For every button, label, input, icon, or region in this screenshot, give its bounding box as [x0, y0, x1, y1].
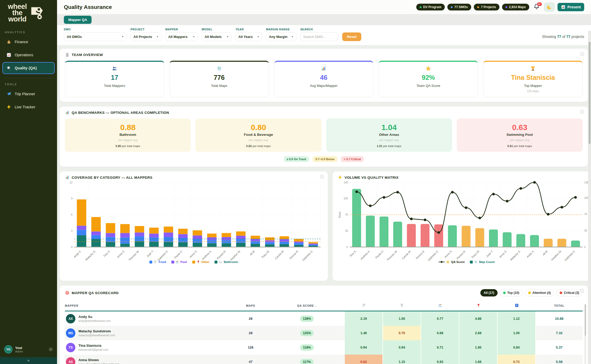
stat-card-team-qa-score: 92%Team QA Score [379, 61, 478, 97]
tab-mapper-qa[interactable]: Mapper QA [64, 16, 92, 24]
sidebar-item-finance[interactable]: $Finance [2, 36, 55, 48]
gear-icon[interactable] [48, 347, 53, 352]
svg-text:6: 6 [71, 213, 72, 216]
column-header-parking-icon[interactable]: P [498, 303, 536, 308]
sidebar-item-label: Operations [15, 53, 33, 57]
filter-select-project[interactable]: All Projects▼ [131, 32, 161, 41]
legend-swatch [215, 261, 217, 264]
column-header-swim-icon[interactable] [421, 303, 459, 308]
benchmark-legend-chip: ≥ 0.9 On Track [284, 156, 309, 162]
badge-label: 77 DMOs [454, 5, 468, 9]
scorecard-chip-critical-3-[interactable]: Critical (3) [556, 289, 583, 296]
mapper-name: Andy Xu [78, 315, 111, 319]
swim-icon [176, 260, 179, 264]
filter-select-model[interactable]: All Models▼ [202, 32, 232, 41]
chevron-down-icon: ▼ [291, 36, 294, 38]
select-value: All Models [205, 35, 222, 39]
tab-strip: Mapper QA [57, 14, 591, 25]
select-value: All Mappers [168, 35, 188, 39]
sidebar-item-label: Finance [15, 40, 28, 44]
svg-text:9: 9 [71, 197, 72, 200]
column-header-total[interactable]: TOTAL [536, 304, 583, 307]
sidebar-collapse-button[interactable]: « [0, 357, 57, 364]
map-icon [216, 66, 222, 71]
scorecard-chip-attention-4-[interactable]: Attention (4) [525, 289, 554, 296]
stat-cards: 17Total Mappers776Total Maps46Avg Maps/M… [65, 61, 583, 97]
coverage-chart-heading: COVERAGE BY CATEGORY — ALL MAPPERS [65, 175, 323, 180]
column-header-shower-icon[interactable] [345, 303, 383, 308]
chip-dot-icon [528, 292, 531, 294]
info-icon[interactable]: i [580, 52, 584, 56]
stat-label: Top Mapper [486, 84, 580, 88]
scorecard-filter-chips: All (17)Top (10)Attention (4)Critical (3… [480, 289, 583, 296]
user-profile[interactable]: YG Yoel Admin [0, 342, 57, 357]
bolt-icon [338, 175, 342, 180]
stat-label: Total Mappers [67, 84, 162, 88]
category-score-cell: 1.85 [459, 340, 498, 355]
notifications-button[interactable]: 9+ [533, 3, 541, 11]
column-header-maps[interactable]: MAPS [232, 304, 269, 307]
scorecard-chip-top-10-[interactable]: Top (10) [500, 289, 523, 296]
svg-text:0: 0 [346, 246, 348, 249]
sidebar-item-trip-planner[interactable]: Trip Planner [2, 88, 55, 100]
qa-score-badge: 138% [300, 316, 314, 322]
svg-text:Thomas W.: Thomas W. [386, 249, 398, 261]
chip-label: All (17) [484, 291, 494, 295]
user-name: Yoel [15, 346, 23, 350]
logo-text: wheel the world [8, 4, 27, 22]
reset-button[interactable]: Reset [342, 32, 361, 41]
chevron-down-icon: ▼ [227, 36, 229, 38]
scorecard-heading: MAPPER QA SCORECARD All (17)Top (10)Atte… [65, 289, 583, 296]
table-scrollbar[interactable] [584, 304, 586, 364]
column-header-utensils-icon[interactable] [383, 303, 421, 308]
scorecard-chip-all-17-[interactable]: All (17) [480, 289, 498, 296]
filter-label: SEARCH [300, 28, 338, 31]
category-score-cell: 0.84 [498, 340, 536, 355]
section-title: MAPPER QA SCORECARD [72, 291, 119, 295]
column-header-pin-icon[interactable] [459, 303, 498, 308]
page-scrollbar[interactable] [588, 31, 591, 364]
target-icon [65, 290, 70, 295]
category-score-cell: 2.68 [459, 326, 498, 340]
filter-select-mapper[interactable]: All Mappers▼ [165, 32, 198, 41]
svg-text:Tina S.: Tina S. [349, 249, 357, 258]
svg-text:Heather M.: Heather M. [550, 249, 562, 261]
sidebar-item-live-tracker[interactable]: Live Tracker [2, 101, 55, 113]
filter-select-margin-range[interactable]: Any Margin▼ [266, 32, 296, 41]
stat-card-total-mappers: 17Total Mappers [65, 61, 164, 97]
user-info: Yoel Admin [15, 346, 23, 353]
maps-cell: 28 [232, 326, 269, 340]
present-button[interactable]: Present [558, 3, 584, 11]
svg-text:Tina S.: Tina S. [103, 249, 111, 258]
filter-select-dmo[interactable]: All DMOs▼ [64, 32, 127, 41]
svg-text:12: 12 [70, 181, 73, 184]
pin-icon [476, 303, 481, 307]
svg-text:Florent R.: Florent R. [456, 249, 466, 260]
app-logo[interactable]: wheel the world [0, 0, 57, 26]
svg-text:Gabriela O.: Gabriela O. [427, 249, 439, 261]
sidebar-item-operations[interactable]: Operations [2, 49, 55, 61]
svg-text:3: 3 [71, 229, 72, 232]
badge-dot-icon [505, 6, 507, 8]
mapper-cell: AXAndy Xuandy@wheeltheworld.com [65, 311, 232, 326]
theme-toggle-button[interactable] [544, 2, 555, 12]
stat-value: 46 [277, 74, 371, 81]
column-header-qa-score[interactable]: QA SCORE ↓ [269, 304, 345, 307]
filter-bar: DMOAll DMOs▼PROJECTAll Projects▼MAPPERAl… [57, 25, 591, 45]
select-value: All Years [238, 35, 253, 39]
sidebar-item-label: Quality (QA) [15, 66, 37, 70]
pin-icon [196, 260, 200, 264]
badge-dot-icon [477, 6, 479, 8]
sidebar-item-quality-qa[interactable]: Quality (QA) [2, 62, 55, 74]
search-input[interactable] [300, 32, 338, 41]
utensils-icon [400, 303, 404, 307]
info-icon[interactable]: i [320, 174, 324, 179]
legend-item-other: Other [192, 260, 210, 264]
column-header-mapper[interactable]: MAPPER [65, 304, 232, 307]
table-row: MSMalachy Sundstrommalachy@wheeltheworld… [65, 326, 583, 340]
info-icon[interactable]: i [580, 288, 584, 293]
qa-score-badge: 117% [300, 359, 314, 364]
info-icon: i [320, 174, 324, 179]
filter-select-year[interactable]: All Years▼ [235, 32, 262, 41]
info-icon[interactable]: i [580, 109, 584, 114]
